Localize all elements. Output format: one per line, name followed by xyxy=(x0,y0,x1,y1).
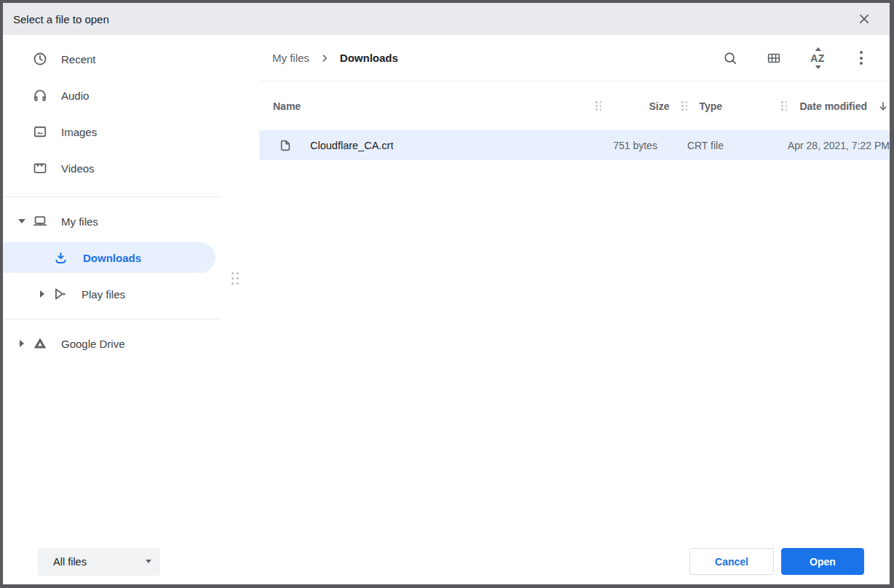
dialog-body: Recent Audio xyxy=(3,35,890,539)
image-icon xyxy=(32,124,48,140)
sidebar-item-downloads[interactable]: Downloads xyxy=(3,242,215,273)
sidebar-item-label: Recent xyxy=(61,53,96,65)
sidebar-divider xyxy=(3,319,221,319)
column-header-type[interactable]: Type xyxy=(689,100,780,112)
breadcrumb-my-files[interactable]: My files xyxy=(268,49,314,67)
sidebar-item-images[interactable]: Images xyxy=(3,114,259,150)
sidebar: Recent Audio xyxy=(3,35,259,539)
expand-caret-icon[interactable] xyxy=(32,290,52,298)
download-icon xyxy=(52,250,68,266)
drag-dots-icon xyxy=(681,101,687,111)
sidebar-item-google-drive[interactable]: Google Drive xyxy=(3,325,259,362)
column-header-name[interactable]: Name xyxy=(259,100,594,112)
main-panel: My files Downloads xyxy=(259,35,890,539)
file-type: CRT file xyxy=(677,140,768,151)
sidebar-item-recent[interactable]: Recent xyxy=(3,41,259,77)
sort-options-button[interactable]: AZ xyxy=(804,44,831,72)
open-button[interactable]: Open xyxy=(781,548,864,575)
sort-up-caret-icon xyxy=(815,47,821,51)
file-name: Cloudflare_CA.crt xyxy=(310,140,393,151)
toolbar-actions: AZ xyxy=(716,44,875,72)
sort-direction-icon xyxy=(877,100,890,113)
sidebar-item-label: Google Drive xyxy=(61,338,125,350)
file-size: 751 bytes xyxy=(591,140,657,151)
drag-dots-icon xyxy=(596,101,601,111)
more-options-button[interactable] xyxy=(847,44,875,72)
headphones-icon xyxy=(32,87,48,103)
breadcrumb-downloads[interactable]: Downloads xyxy=(336,49,403,67)
dialog-footer: All files Cancel Open xyxy=(3,539,890,584)
column-resize-handle[interactable] xyxy=(780,101,788,111)
titlebar: Select a file to open xyxy=(3,3,890,35)
toolbar: My files Downloads xyxy=(259,35,890,82)
window-frame: Select a file to open Recent xyxy=(0,0,894,588)
search-icon xyxy=(722,50,738,66)
dialog-title: Select a file to open xyxy=(13,13,853,25)
sidebar-item-label: My files xyxy=(61,215,98,228)
sidebar-item-play-files[interactable]: Play files xyxy=(3,276,259,312)
column-header-size[interactable]: Size xyxy=(603,100,669,112)
play-store-icon xyxy=(52,286,68,302)
expand-caret-icon[interactable] xyxy=(12,219,32,223)
chevron-right-icon xyxy=(318,52,331,65)
sidebar-divider xyxy=(3,196,221,197)
more-vert-icon xyxy=(860,51,863,65)
sidebar-item-label: Videos xyxy=(61,162,95,175)
sort-down-caret-icon xyxy=(815,65,821,69)
grid-view-button[interactable] xyxy=(760,44,788,72)
expand-caret-icon[interactable] xyxy=(12,340,32,347)
laptop-icon xyxy=(32,213,48,229)
dropdown-caret-icon xyxy=(146,560,151,563)
file-type-dropdown-value: All files xyxy=(53,556,146,568)
clock-icon xyxy=(32,51,48,67)
file-icon xyxy=(278,138,293,153)
drag-dots-icon xyxy=(232,272,239,285)
file-row[interactable]: Cloudflare_CA.crt 751 bytes CRT file Apr… xyxy=(259,130,890,160)
column-resize-handle[interactable] xyxy=(680,101,689,111)
sidebar-item-label: Images xyxy=(61,126,97,138)
grid-view-icon xyxy=(766,50,782,66)
file-list-empty-area xyxy=(259,160,890,539)
column-header-date[interactable]: Date modified xyxy=(799,100,890,113)
cancel-button[interactable]: Cancel xyxy=(689,548,774,575)
movie-icon xyxy=(32,160,48,176)
file-type-dropdown[interactable]: All files xyxy=(38,548,160,576)
search-button[interactable] xyxy=(716,44,744,72)
sidebar-item-label: Downloads xyxy=(83,252,141,264)
column-resize-handle[interactable] xyxy=(594,101,603,111)
sort-alpha-icon: AZ xyxy=(810,53,825,63)
sidebar-item-videos[interactable]: Videos xyxy=(3,150,259,186)
close-button[interactable] xyxy=(853,8,875,30)
sidebar-item-my-files[interactable]: My files xyxy=(3,203,259,239)
file-list-header: Name Size Type xyxy=(259,82,890,130)
sidebar-item-label: Play files xyxy=(82,288,125,301)
sidebar-item-label: Audio xyxy=(61,90,89,102)
sidebar-item-audio[interactable]: Audio xyxy=(3,77,259,114)
breadcrumb: My files Downloads xyxy=(268,49,716,67)
sidebar-resize-handle[interactable] xyxy=(232,272,239,285)
google-drive-icon xyxy=(32,335,48,351)
file-picker-dialog: Select a file to open Recent xyxy=(3,3,890,584)
close-icon xyxy=(856,11,872,27)
file-row-name-cell: Cloudflare_CA.crt xyxy=(259,138,582,153)
drag-dots-icon xyxy=(781,101,787,111)
file-date-modified: Apr 28, 2021, 7:22 PM xyxy=(788,140,890,151)
